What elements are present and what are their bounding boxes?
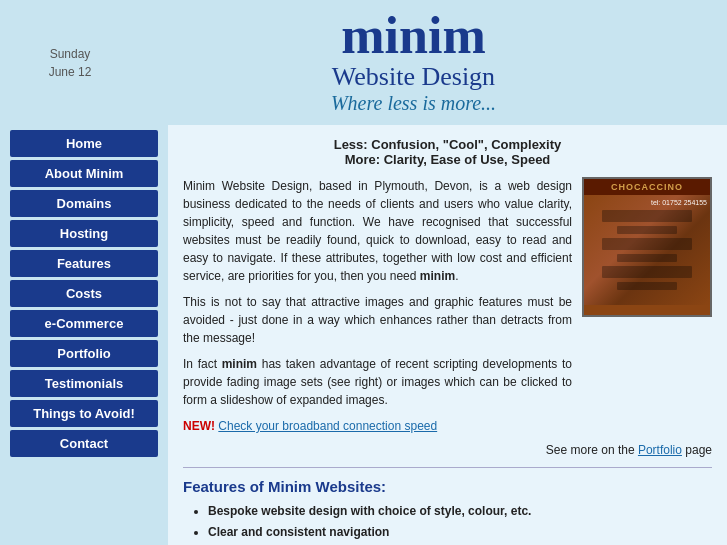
logo-subtitle: Website Design [120,62,707,92]
content-area: Less: Confusion, "Cool", Complexity More… [168,125,727,545]
content-body: Minim Website Design, based in Plymouth,… [183,177,712,435]
sidebar-item-features[interactable]: Features [10,250,158,277]
logo-tagline: Where less is more... [120,92,707,115]
choc-block-2 [617,226,677,234]
sidebar-item-portfolio[interactable]: Portfolio [10,340,158,367]
phone-text: tel: 01752 254155 [651,199,707,206]
header-logo: minim Website Design Where less is more.… [120,10,707,115]
sidebar-item-costs[interactable]: Costs [10,280,158,307]
choc-block-5 [602,266,692,278]
new-label: NEW! [183,419,215,433]
choc-block-3 [602,238,692,250]
choc-block-1 [602,210,692,222]
sidebar-item-domains[interactable]: Domains [10,190,158,217]
feature-item-2: Clear and consistent navigation [208,524,712,541]
portfolio-note2: page [685,443,712,457]
tagline-line1: Less: Confusion, "Cool", Complexity [334,137,562,152]
minim-bold: minim [420,269,455,283]
sidebar-item-about[interactable]: About Minim [10,160,158,187]
main-wrapper: Home About Minim Domains Hosting Feature… [0,125,727,545]
tagline-line2: More: Clarity, Ease of Use, Speed [345,152,551,167]
portfolio-note-text: See more on the [546,443,635,457]
paragraph1: Minim Website Design, based in Plymouth,… [183,177,572,285]
sidebar-item-things[interactable]: Things to Avoid! [10,400,158,427]
paragraph2: This is not to say that attractive image… [183,293,572,347]
chocaccino-image[interactable]: CHOCACCINO tel: 01752 254155 [582,177,712,317]
features-title: Features of Minim Websites: [183,478,712,495]
sidebar-item-testimonials[interactable]: Testimonials [10,370,158,397]
header: Sunday June 12 minim Website Design Wher… [0,0,727,125]
sidebar-item-contact[interactable]: Contact [10,430,158,457]
date-line2: June 12 [49,65,92,79]
broadband-link[interactable]: Check your broadband connection speed [218,419,437,433]
sidebar-item-home[interactable]: Home [10,130,158,157]
sidebar-item-ecommerce[interactable]: e-Commerce [10,310,158,337]
header-date: Sunday June 12 [20,45,120,81]
chocaccino-img-area: tel: 01752 254155 [584,195,710,305]
new-section: NEW! Check your broadband connection spe… [183,417,572,435]
features-section: Features of Minim Websites: Bespoke webs… [183,467,712,541]
choc-block-4 [617,254,677,262]
feature-item-1-text: Bespoke website design with choice of st… [208,504,531,518]
minim-bold2: minim [222,357,257,371]
logo-minim: minim [120,10,707,62]
portfolio-note: See more on the Portfolio page [183,443,712,457]
content-tagline: Less: Confusion, "Cool", Complexity More… [183,137,712,167]
portfolio-link[interactable]: Portfolio [638,443,682,457]
paragraph3: In fact minim has taken advantage of rec… [183,355,572,409]
sidebar-item-hosting[interactable]: Hosting [10,220,158,247]
choc-block-6 [617,282,677,290]
sidebar: Home About Minim Domains Hosting Feature… [0,125,168,545]
features-list: Bespoke website design with choice of st… [183,503,712,541]
chocaccino-title: CHOCACCINO [584,179,710,195]
date-line1: Sunday [50,47,91,61]
feature-item-2-text: Clear and consistent navigation [208,525,389,539]
content-text: Minim Website Design, based in Plymouth,… [183,177,572,435]
feature-item-1: Bespoke website design with choice of st… [208,503,712,520]
